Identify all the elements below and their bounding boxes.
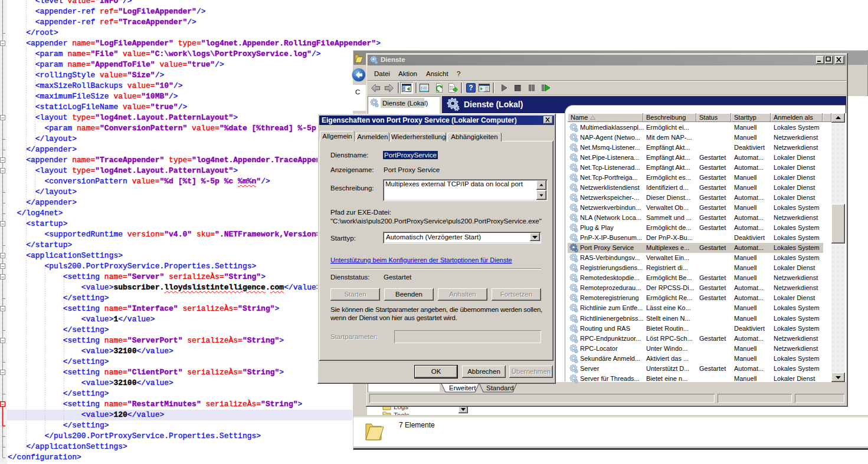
svg-text:Erweitert: Erweitert	[449, 384, 476, 391]
svg-text:Standard: Standard	[486, 384, 514, 391]
svg-text:?: ?	[469, 84, 473, 92]
